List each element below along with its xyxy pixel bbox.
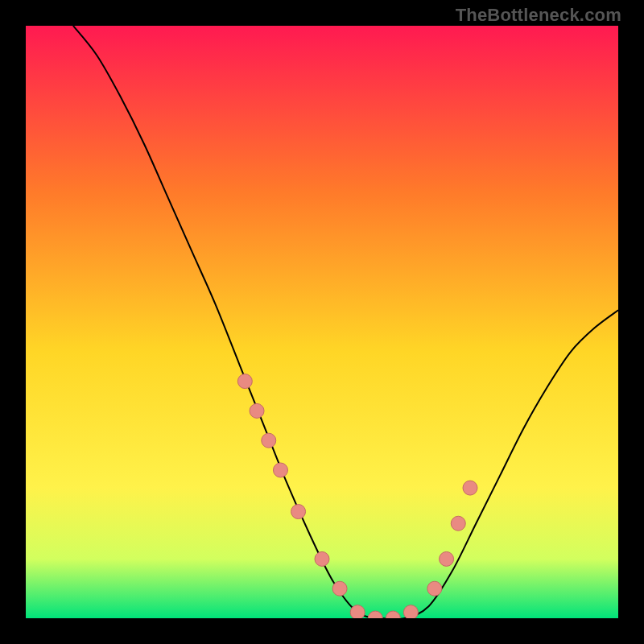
- data-marker: [403, 605, 418, 618]
- watermark-label: TheBottleneck.com: [456, 5, 621, 26]
- gradient-background: [26, 26, 618, 618]
- data-marker: [262, 433, 276, 448]
- data-marker: [291, 505, 306, 519]
- data-marker: [350, 605, 365, 618]
- data-marker: [427, 581, 442, 596]
- plot-area: [26, 26, 618, 618]
- data-marker: [332, 581, 347, 596]
- chart-frame: TheBottleneck.com: [0, 0, 644, 644]
- data-marker: [463, 481, 477, 495]
- bottleneck-chart: [26, 26, 618, 618]
- data-marker: [451, 516, 465, 530]
- data-marker: [440, 551, 454, 566]
- data-marker: [273, 463, 287, 477]
- data-marker: [315, 551, 329, 566]
- data-marker: [250, 403, 264, 418]
- data-marker: [237, 374, 252, 389]
